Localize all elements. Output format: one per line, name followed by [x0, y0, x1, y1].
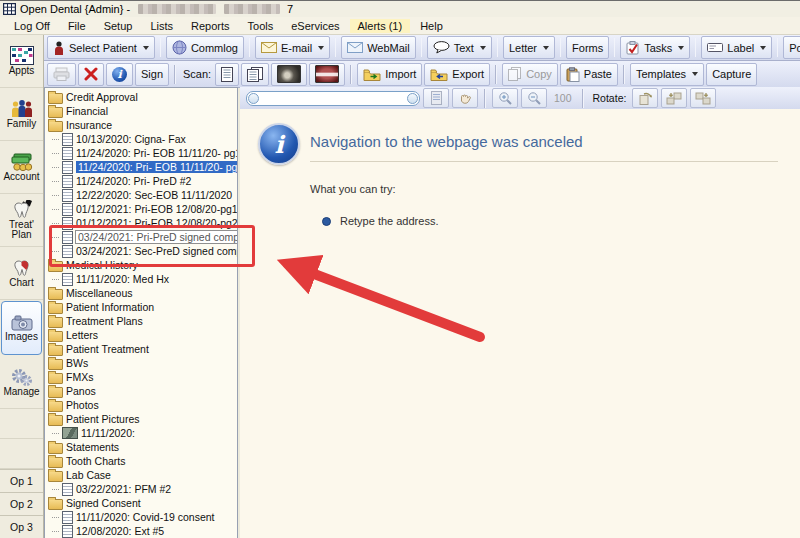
copy-button[interactable]: Copy [502, 63, 558, 86]
sidebar-item-treat-plan[interactable]: Treat' Plan [0, 194, 43, 247]
tree-document[interactable]: 11/11/2020: Med Hx [45, 272, 237, 286]
email-button[interactable]: E-mail [255, 36, 330, 59]
tree-item-label: 03/24/2021: Sec-PreD signed completed [76, 245, 237, 257]
tree-document-highlighted[interactable]: 03/24/2021: Sec-PreD signed completed [45, 244, 237, 258]
tree-folder[interactable]: Tooth Charts [45, 454, 237, 468]
slider-thumb[interactable] [248, 93, 259, 104]
delete-button[interactable] [78, 63, 104, 86]
tree-folder[interactable]: FMXs [45, 370, 237, 384]
scan-multipage-button[interactable] [241, 63, 269, 86]
export-button[interactable]: Export [424, 63, 490, 86]
zoom-in-button[interactable] [492, 88, 518, 108]
print-button[interactable] [47, 63, 76, 86]
toolbar-separator [174, 65, 176, 84]
folder-icon [48, 359, 63, 370]
op1-button[interactable]: Op 1 [0, 469, 43, 492]
dropdown-arrow-icon[interactable] [143, 46, 149, 50]
dropdown-arrow-icon[interactable] [760, 46, 766, 50]
scan-document-button[interactable] [215, 63, 239, 86]
tree-folder[interactable]: Letters [45, 328, 237, 342]
dropdown-arrow-icon[interactable] [678, 46, 684, 50]
sidebar-item-appts[interactable]: Appts [0, 35, 43, 88]
mouth-photo-icon [315, 65, 339, 83]
popups-button[interactable]: Popups [783, 36, 800, 59]
menu-lists[interactable]: Lists [142, 19, 181, 33]
tree-document[interactable]: 11/11/2020: Covid-19 consent [45, 510, 237, 524]
tree-folder[interactable]: Treatment Plans [45, 314, 237, 328]
tree-folder[interactable]: BWs [45, 356, 237, 370]
commlog-button[interactable]: Commlog [166, 36, 244, 59]
tree-document-highlighted[interactable]: 03/24/2021: Pri-PreD signed completed [45, 230, 237, 244]
zoom-out-button[interactable] [521, 88, 547, 108]
tree-document[interactable]: 11/24/2020: Pri- PreD #2 [45, 174, 237, 188]
menu-alerts[interactable]: Alerts (1) [350, 19, 411, 33]
sidebar-item-manage[interactable]: Manage [0, 356, 43, 409]
tree-document[interactable]: 12/08/2020: Ext #5 [45, 524, 237, 538]
letter-button[interactable]: Letter [503, 36, 555, 59]
label-button[interactable]: Label [701, 36, 772, 59]
tree-folder[interactable]: Photos [45, 398, 237, 412]
menu-setup[interactable]: Setup [96, 19, 141, 33]
tree-folder[interactable]: Patient Information [45, 300, 237, 314]
menu-file[interactable]: File [60, 19, 94, 33]
text-button[interactable]: Text [427, 36, 492, 59]
dropdown-arrow-icon[interactable] [543, 46, 549, 50]
import-button[interactable]: Import [357, 63, 422, 86]
open-dental-window: Open Dental {Admin} - 7 Log Off File Set… [0, 0, 800, 538]
dropdown-arrow-icon[interactable] [318, 46, 324, 50]
tree-folder[interactable]: Insurance [45, 118, 237, 132]
toolbar-separator [560, 38, 561, 57]
sidebar-item-family[interactable]: Family [0, 88, 43, 141]
tree-folder[interactable]: Patient Treatment [45, 342, 237, 356]
tree-document[interactable]: 10/13/2020: Cigna- Fax [45, 132, 237, 146]
sign-button[interactable]: Sign [135, 63, 169, 86]
flip-button[interactable] [632, 88, 658, 108]
scan-photo-button[interactable] [309, 63, 345, 86]
tree-folder[interactable]: Medical History [45, 258, 237, 272]
tree-folder[interactable]: Panos [45, 384, 237, 398]
paste-button[interactable]: Paste [560, 63, 618, 86]
webmail-button[interactable]: WebMail [341, 36, 416, 59]
templates-button[interactable]: Templates [630, 63, 704, 86]
menu-reports[interactable]: Reports [183, 19, 238, 33]
dropdown-arrow-icon[interactable] [480, 46, 486, 50]
tree-folder[interactable]: Lab Case [45, 468, 237, 482]
tree-folder[interactable]: Credit Approval [45, 90, 237, 104]
menu-tools[interactable]: Tools [240, 19, 282, 33]
forms-button[interactable]: Forms [566, 36, 609, 59]
document-icon [62, 273, 73, 286]
fit-page-button[interactable] [423, 88, 449, 108]
tree-document[interactable]: 01/12/2021: Pri-EOB 12/08/20-pg1 [45, 202, 237, 216]
op3-button[interactable]: Op 3 [0, 515, 43, 538]
zoom-slider[interactable] [246, 91, 420, 106]
tree-folder[interactable]: Signed Consent [45, 496, 237, 510]
tree-document-selected[interactable]: 11/24/2020: Pri- EOB 11/11/20- pg2 [45, 160, 237, 174]
rotate-right-button[interactable] [690, 88, 716, 108]
rotate-left-button[interactable] [661, 88, 687, 108]
tree-folder[interactable]: Financial [45, 104, 237, 118]
dropdown-arrow-icon[interactable] [692, 72, 698, 76]
info-button[interactable]: i [106, 63, 133, 86]
tree-folder[interactable]: Patient Pictures [45, 412, 237, 426]
manage-gears-icon [11, 368, 33, 386]
scan-xray-button[interactable] [271, 63, 307, 86]
tree-document[interactable]: 01/12/2021: Pri-EOB 12/08/20-pg2 [45, 216, 237, 230]
capture-button[interactable]: Capture [706, 63, 757, 86]
sidebar-item-chart[interactable]: Chart [0, 247, 43, 300]
tree-document[interactable]: 12/22/2020: Sec-EOB 11/11/2020 [45, 188, 237, 202]
sidebar-item-account[interactable]: Account [0, 141, 43, 194]
tasks-button[interactable]: Tasks [620, 36, 690, 59]
sidebar-item-images[interactable]: Images [1, 301, 42, 355]
tree-folder[interactable]: Miscellaneous [45, 286, 237, 300]
op2-button[interactable]: Op 2 [0, 492, 43, 515]
menu-log-off[interactable]: Log Off [6, 19, 58, 33]
tree-document[interactable]: 11/24/2020: Pri- EOB 11/11/20- pg1 [45, 146, 237, 160]
menu-eservices[interactable]: eServices [283, 19, 347, 33]
commlog-globe-icon [172, 40, 187, 55]
tree-folder[interactable]: Statements [45, 440, 237, 454]
menu-help[interactable]: Help [412, 19, 451, 33]
pan-hand-button[interactable] [452, 88, 478, 108]
select-patient-button[interactable]: Select Patient [47, 36, 155, 59]
tree-document[interactable]: 03/22/2021: PFM #2 [45, 482, 237, 496]
tree-image-item[interactable]: 11/11/2020: [45, 426, 237, 440]
